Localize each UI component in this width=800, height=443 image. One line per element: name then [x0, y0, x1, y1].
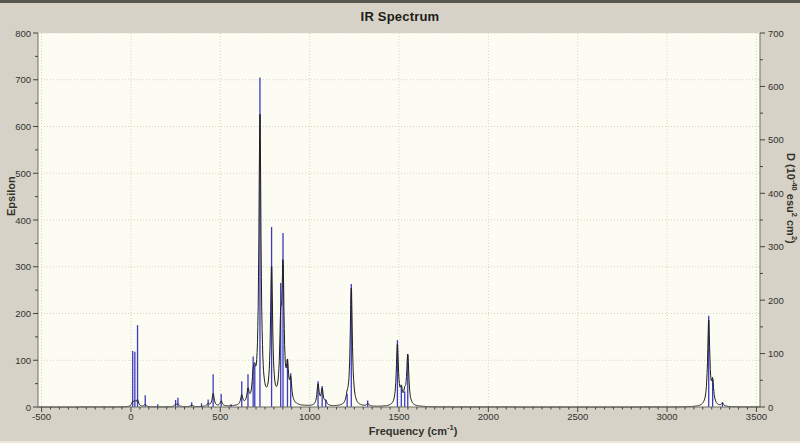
x-tick-label: 2500 [567, 411, 588, 422]
y-right-tick-label: 200 [768, 295, 784, 306]
y-right-tick-label: 400 [768, 188, 784, 199]
x-tick-label: 500 [212, 411, 228, 422]
x-tick-label: -500 [32, 411, 51, 422]
y-axis-label-left-text: Epsilon [5, 176, 17, 216]
y-left-tick-label: 400 [15, 215, 31, 226]
y-left-tick-label: 300 [15, 261, 31, 272]
y-left-tick-label: 0 [26, 402, 31, 413]
y-right-tick-label: 600 [768, 81, 784, 92]
x-tick-label: 1500 [388, 411, 409, 422]
y-axis-label-left: Epsilon [5, 176, 17, 216]
y-left-tick-label: 500 [15, 168, 31, 179]
y-right-tick-label: 700 [768, 28, 784, 39]
y-right-tick-label: 100 [768, 348, 784, 359]
y-left-tick-label: 800 [15, 28, 31, 39]
x-tick-label: 0 [128, 411, 133, 422]
x-tick-label: 3500 [746, 411, 767, 422]
ir-spectrum-window: IR Spectrum -500050010001500200025003000… [0, 0, 800, 443]
y-axis-label-right: D (10-40 esu2 cm2) [785, 153, 799, 244]
y-left-tick-label: 700 [15, 74, 31, 85]
y-right-tick-label: 300 [768, 241, 784, 252]
x-tick-label: 1000 [299, 411, 320, 422]
x-tick-label: 3000 [656, 411, 677, 422]
y-right-tick-label: 0 [768, 402, 773, 413]
y-left-tick-label: 100 [15, 355, 31, 366]
ir-spectrum-chart: -500050010001500200025003000350001002003… [0, 3, 800, 443]
y-left-tick-label: 200 [15, 308, 31, 319]
y-right-tick-label: 500 [768, 134, 784, 145]
x-axis-label: Frequency (cm-1) [52, 423, 774, 437]
x-tick-label: 2000 [478, 411, 499, 422]
y-left-tick-label: 600 [15, 121, 31, 132]
